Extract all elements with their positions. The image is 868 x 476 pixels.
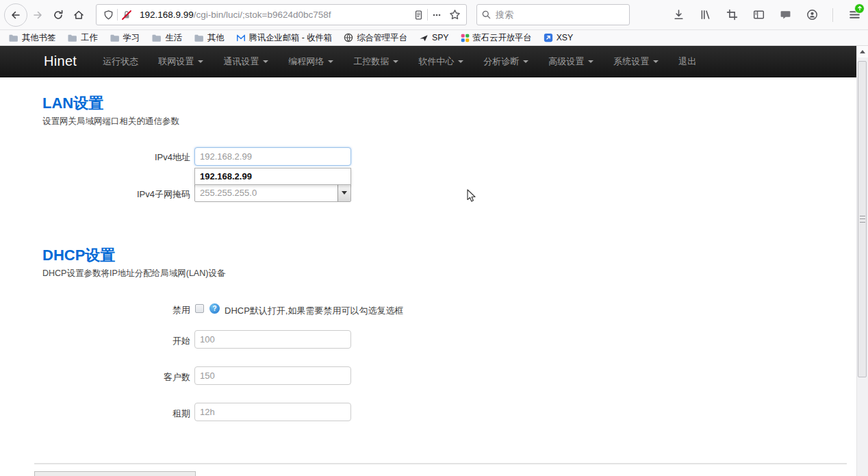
chevron-down-icon [393, 60, 398, 63]
menu-item-comm-settings[interactable]: 通讯设置 [223, 55, 268, 68]
bookmark-xsy[interactable]: XSY [544, 33, 574, 42]
screenshot-icon[interactable] [726, 9, 738, 21]
menu-button[interactable] [847, 8, 861, 22]
lan-section-title: LAN设置 [42, 93, 103, 114]
dhcp-start-label: 开始 [27, 335, 190, 347]
ipv4-netmask-select[interactable]: 255.255.255.0 [194, 184, 351, 202]
ipv4-netmask-label: IPv4子网掩码 [27, 188, 190, 201]
folder-icon [110, 34, 120, 42]
help-icon[interactable]: ? [209, 303, 220, 314]
bookmark-folder-other-bookmarks[interactable]: 其他书签 [8, 32, 55, 44]
library-icon[interactable] [699, 9, 711, 21]
folder-icon [194, 34, 204, 42]
colored-dots-icon [461, 34, 470, 42]
tencent-mail-icon [236, 34, 246, 42]
menu-item-status[interactable]: 运行状态 [103, 55, 138, 68]
autocomplete-dropdown: 192.168.2.99 [194, 168, 351, 185]
menu-item-advanced-settings[interactable]: 高级设置 [548, 55, 593, 68]
folder-icon [8, 34, 18, 42]
menu-item-programming-network[interactable]: 编程网络 [288, 55, 333, 68]
back-icon [10, 10, 21, 21]
chat-icon[interactable] [779, 9, 791, 21]
dhcp-disable-checkbox[interactable] [195, 304, 204, 313]
toolbar-separator [832, 8, 833, 22]
scrollbar-grip-icon [860, 216, 865, 223]
forward-button[interactable] [27, 5, 48, 25]
url-bar[interactable]: 192.168.9.99/cgi-bin/luci/;stok=b9624d0b… [96, 4, 467, 25]
home-button[interactable] [68, 5, 89, 25]
scrollbar-up-button[interactable] [857, 46, 868, 58]
menu-item-logout[interactable]: 退出 [678, 55, 696, 68]
reader-mode-icon[interactable] [409, 5, 427, 25]
dhcp-disable-hint: DHCP默认打开,如果需要禁用可以勾选复选框 [225, 305, 403, 317]
menu-item-diagnostics[interactable]: 分析诊断 [483, 55, 528, 68]
chevron-down-icon [458, 60, 463, 63]
arrow-square-icon [544, 33, 553, 42]
chevron-down-icon [588, 60, 593, 63]
url-text[interactable]: 192.168.9.99/cgi-bin/luci/;stok=b9624d0b… [136, 10, 409, 20]
bookmark-folder-study[interactable]: 学习 [110, 32, 140, 44]
bookmark-tencent-mail[interactable]: 腾讯企业邮箱 - 收件箱 [236, 32, 333, 44]
brand-logo[interactable]: Hinet [44, 53, 77, 69]
plane-icon [419, 34, 429, 42]
bookmark-spy[interactable]: SPY [419, 33, 449, 42]
chevron-up-icon [860, 50, 865, 53]
chevron-down-icon [198, 60, 203, 63]
dhcp-disable-label: 禁用 [27, 304, 190, 316]
menu-item-industrial-data[interactable]: 工控数据 [353, 55, 398, 68]
bookmark-folder-work[interactable]: 工作 [67, 32, 98, 44]
search-input[interactable]: 搜索 [476, 4, 630, 25]
reload-icon [53, 10, 64, 21]
section-divider [34, 463, 847, 464]
chevron-down-icon [342, 191, 347, 195]
search-placeholder: 搜索 [496, 9, 513, 21]
dhcp-lease-field[interactable] [194, 403, 351, 421]
scrollbar-thumb[interactable] [858, 61, 867, 377]
select-dropdown-button[interactable] [337, 184, 350, 201]
bookmark-folder-life[interactable]: 生活 [151, 32, 182, 44]
bookmarks-bar: 其他书签 工作 学习 生活 其他 腾讯企业邮箱 - 收件箱 综合管理平台 SPY… [0, 30, 868, 46]
lan-section-subtitle: 设置网关局域网端口相关的通信参数 [42, 116, 179, 127]
menu-item-network-settings[interactable]: 联网设置 [158, 55, 203, 68]
page-scrollbar[interactable] [856, 46, 868, 476]
menu-item-system-settings[interactable]: 系统设置 [613, 55, 659, 68]
ipv4-address-label: IPv4地址 [27, 151, 190, 164]
insecure-lock-icon[interactable] [118, 5, 136, 25]
menu-item-software-center[interactable]: 软件中心 [418, 55, 463, 68]
dhcp-lease-label: 租期 [27, 408, 190, 420]
search-icon [481, 10, 492, 20]
chevron-down-icon [328, 60, 333, 63]
chevron-down-icon [263, 60, 268, 63]
reload-button[interactable] [48, 5, 68, 25]
site-navbar: Hinet 运行状态 联网设置 通讯设置 编程网络 工控数据 软件中心 分析诊断… [0, 46, 856, 77]
update-badge-icon [854, 3, 865, 14]
mouse-cursor [467, 189, 477, 203]
bookmark-mgmt-platform[interactable]: 综合管理平台 [344, 32, 407, 44]
bookmark-folder-misc[interactable]: 其他 [194, 32, 225, 44]
page-actions-icon[interactable] [428, 5, 446, 25]
dhcp-limit-field[interactable] [194, 366, 351, 385]
folder-icon [151, 34, 162, 42]
bookmark-star-icon[interactable] [446, 5, 463, 25]
shield-icon[interactable] [99, 5, 117, 25]
account-icon[interactable] [806, 9, 818, 21]
download-icon[interactable] [672, 9, 685, 21]
browser-toolbar: 192.168.9.99/cgi-bin/luci/;stok=b9624d0b… [0, 0, 868, 30]
back-button[interactable] [4, 3, 27, 27]
autocomplete-suggestion[interactable]: 192.168.2.99 [195, 168, 350, 184]
folder-icon [67, 34, 77, 42]
forward-icon [32, 10, 43, 21]
main-menu: 运行状态 联网设置 通讯设置 编程网络 工控数据 软件中心 分析诊断 高级设置 … [103, 55, 696, 68]
ipv4-address-field[interactable] [194, 147, 351, 166]
dhcp-start-field[interactable] [194, 330, 351, 349]
chevron-down-icon [523, 60, 528, 63]
url-host: 192.168.9.99 [140, 10, 194, 20]
dhcp-limit-label: 客户数 [27, 371, 190, 384]
bookmark-ezviz-platform[interactable]: 萤石云开放平台 [461, 32, 532, 44]
sidebar-icon[interactable] [752, 9, 765, 21]
toolbar-actions [672, 8, 861, 22]
dhcp-section-subtitle: DHCP设置参数将IP地址分配给局域网(LAN)设备 [42, 268, 225, 279]
chevron-down-icon [653, 60, 659, 63]
netmask-selected-value: 255.255.255.0 [195, 188, 337, 198]
globe-icon [344, 33, 353, 42]
